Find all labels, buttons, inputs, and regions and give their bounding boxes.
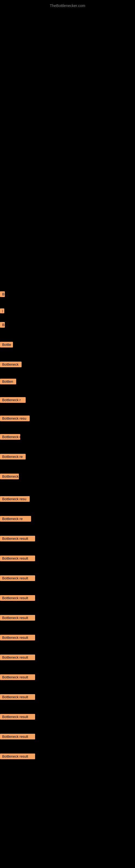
list-item: Bottleneck result [0,594,135,603]
list-item: Bottleneck [0,361,135,369]
list-item: Bottleneck result [0,693,135,702]
bottleneck-result-label: Bottleneck [0,362,21,367]
list-item: Bottleneck result [0,733,135,742]
bottleneck-result-label: Bottleneck result [0,674,35,680]
bottleneck-result-label: Bottleneck result [0,536,35,541]
list-item: Bottleneck result [0,633,135,643]
list-item: Bottleneck [0,472,135,482]
list-item: Bottleneck result [0,713,135,722]
bottleneck-result-label: Bottleneck r [0,434,20,440]
bottleneck-result-label: Bottleneck resu [0,415,30,421]
bottleneck-result-label: Bottleneck result [0,734,35,739]
list-item: Bottleneck re [0,453,135,462]
list-item: Bottleneck result [0,614,135,623]
bottleneck-result-label: | [0,308,4,313]
bottleneck-result-label: Bottleneck resu [0,496,30,502]
bottleneck-result-label: Bottleneck result [0,654,35,660]
bottleneck-result-label: Bottleneck result [0,753,35,759]
bottleneck-result-label: Bottleneck result [0,595,35,601]
list-item: Bottleneck result [0,535,135,544]
list-item: Bottle [0,341,135,350]
list-item: B [0,321,135,330]
list-item: Bottleneck r [0,433,135,442]
list-item: Bottlen [0,378,135,386]
list-item: Bottleneck result [0,574,135,583]
list-item: Bottleneck result [0,554,135,563]
list-item: Bottleneck resu [0,495,135,504]
bottleneck-result-label: Bottleneck r [0,397,26,403]
bottleneck-result-label: Bottleneck re [0,454,26,460]
list-item: Bottleneck result [0,673,135,682]
bottleneck-result-label: Bottleneck result [0,575,35,581]
bottleneck-result-label: Bottleneck result [0,635,35,641]
bottleneck-result-label: Bottle [0,342,13,347]
bottleneck-result-label: Bottleneck re [0,516,31,522]
bottleneck-result-label: Bottlen [0,379,16,384]
list-item: | [0,307,135,315]
list-item: Bottleneck r [0,396,135,405]
bottleneck-result-label: B [0,291,5,297]
list-item: B [0,290,135,299]
bottleneck-result-label: Bottleneck result [0,615,35,621]
list-item: Bottleneck result [0,752,135,762]
bottleneck-result-label: Bottleneck result [0,694,35,700]
bottleneck-result-label: Bottleneck result [0,714,35,720]
bottleneck-result-label: Bottleneck [0,474,19,479]
bottleneck-result-label: B [0,322,5,328]
bottleneck-result-label: Bottleneck result [0,556,35,561]
list-item: Bottleneck re [0,515,135,524]
site-title: TheBottlenecker.com [0,1,135,10]
bottleneck-list: B | B Bottle Bottleneck Bottlen Bottlene… [0,285,135,762]
list-item: Bottleneck resu [0,414,135,424]
list-item: Bottleneck result [0,653,135,662]
